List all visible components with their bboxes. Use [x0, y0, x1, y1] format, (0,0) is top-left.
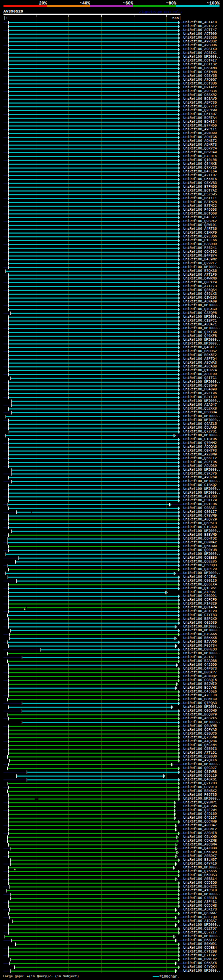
- svg-text:UniRef100_Q5KBW9: UniRef100_Q5KBW9: [183, 544, 217, 548]
- svg-text:UniRef100_Q5UAR9: UniRef100_Q5UAR9: [183, 426, 217, 430]
- svg-text:UniRef100_A6S2X5: UniRef100_A6S2X5: [183, 716, 217, 720]
- svg-text:UniRef100_B4PBY4: UniRef100_B4PBY4: [183, 254, 217, 258]
- svg-text:UniRef100_B9H3I4: UniRef100_B9H3I4: [183, 120, 217, 124]
- svg-text:UniRef100_Q0UYM5: UniRef100_Q0UYM5: [183, 724, 217, 728]
- svg-text:UniRef100_C7BVM9: UniRef100_C7BVM9: [183, 514, 217, 518]
- svg-text:20%: 20%: [39, 1, 47, 6]
- svg-text:UniRef100_B6VC49: UniRef100_B6VC49: [183, 151, 217, 154]
- svg-text:UniRef100_Q0C9J7: UniRef100_Q0C9J7: [183, 766, 217, 770]
- svg-text:UniRef100_C7YT83: UniRef100_C7YT83: [183, 613, 217, 617]
- svg-text:UniRef100_C5PHQ3: UniRef100_C5PHQ3: [183, 563, 217, 567]
- svg-text:UniRef100_A8Q7Z9: UniRef100_A8Q7Z9: [183, 518, 217, 522]
- svg-text:UniRef100_Q06DH0: UniRef100_Q06DH0: [183, 709, 217, 713]
- svg-text:UniRef100_A9PC36: UniRef100_A9PC36: [183, 101, 217, 105]
- svg-text:UniRef100_C8V019: UniRef100_C8V019: [183, 785, 217, 789]
- svg-text:UniRef100_C4YQK4: UniRef100_C4YQK4: [183, 965, 217, 969]
- svg-text:UniRef100_Q4D169: UniRef100_Q4D169: [183, 812, 217, 816]
- svg-text:UniRef100_A5K1Y3: UniRef100_A5K1Y3: [183, 908, 217, 912]
- svg-text:UniRef100_UPI000..: UniRef100_UPI000..: [183, 571, 221, 575]
- svg-text:UniRef100_A1DGA7: UniRef100_A1DGA7: [183, 919, 217, 923]
- svg-text:UniRef100_Q70MM2: UniRef100_Q70MM2: [183, 441, 217, 445]
- svg-text:UniRef100_A3GHI8: UniRef100_A3GHI8: [183, 831, 217, 835]
- svg-text:UniRef100_Q53G49: UniRef100_Q53G49: [183, 384, 217, 388]
- svg-text:UniRef100_A2QKK6: UniRef100_A2QKK6: [183, 759, 217, 762]
- svg-text:UniRef100_A8IJG3: UniRef100_A8IJG3: [183, 495, 217, 498]
- svg-text:UniRef100_C4J6E6: UniRef100_C4J6E6: [183, 690, 217, 694]
- svg-text:UniRef100_C0NMA2: UniRef100_C0NMA2: [183, 541, 217, 544]
- svg-text:UniRef100_UPI000..: UniRef100_UPI000..: [183, 762, 221, 766]
- svg-text:UniRef100_A9SIX0: UniRef100_A9SIX0: [183, 47, 217, 51]
- svg-text:UniRef100_A9NRT3: UniRef100_A9NRT3: [183, 143, 217, 147]
- svg-text:UniRef100_Q86LX3: UniRef100_Q86LX3: [183, 292, 217, 296]
- svg-text:UniRef100_Q4GXG1: UniRef100_Q4GXG1: [183, 778, 217, 781]
- svg-text:UniRef100_Q6FYA5: UniRef100_Q6FYA5: [183, 728, 217, 732]
- svg-text:UniRef100_B4FJZ7: UniRef100_B4FJZ7: [183, 216, 217, 220]
- svg-text:~100%: ~100%: [207, 1, 220, 6]
- svg-text:UniRef100_UPI000..: UniRef100_UPI000..: [183, 468, 221, 472]
- svg-text:UniRef100_C5XVB3: UniRef100_C5XVB3: [183, 181, 217, 185]
- svg-text:UniRef100_Q4KTG6: UniRef100_Q4KTG6: [183, 330, 217, 334]
- svg-text:UniRef100_Q9BMP1: UniRef100_Q9BMP1: [183, 800, 217, 805]
- svg-text:UniRef100_A9NST2: UniRef100_A9NST2: [183, 139, 217, 143]
- svg-text:UniRef100_Q801I6: UniRef100_Q801I6: [183, 579, 217, 583]
- svg-text:UniRef100_Q86QS4: UniRef100_Q86QS4: [183, 288, 217, 292]
- svg-text:UniRef100_B7GAA5: UniRef100_B7GAA5: [183, 632, 217, 636]
- svg-text:UniRef100_C0H7F3: UniRef100_C0H7F3: [183, 449, 217, 453]
- svg-text:UniRef100_B7FHF4: UniRef100_B7FHF4: [183, 154, 217, 158]
- svg-text:UniRef100_UPI000..: UniRef100_UPI000..: [183, 55, 221, 59]
- svg-text:UniRef100_C4R3I6: UniRef100_C4R3I6: [183, 896, 217, 900]
- svg-text:UniRef100_C6SXM8: UniRef100_C6SXM8: [183, 67, 217, 70]
- svg-text:UniRef100_UPI000..: UniRef100_UPI000..: [183, 934, 221, 938]
- svg-text:UniRef100_UPI000..: UniRef100_UPI000..: [183, 434, 221, 438]
- svg-text:UniRef100_B3SDH9: UniRef100_B3SDH9: [183, 242, 217, 246]
- svg-text:UniRef100_C6T1S2: UniRef100_C6T1S2: [183, 62, 217, 67]
- svg-text:UniRef100_Q9LUQ6: UniRef100_Q9LUQ6: [183, 235, 217, 239]
- svg-text:UniRef100_UPI000..: UniRef100_UPI000..: [183, 399, 221, 403]
- svg-text:UniRef100_B9WE42: UniRef100_B9WE42: [183, 958, 217, 961]
- svg-text:UniRef100_Q6CNH9: UniRef100_Q6CNH9: [183, 820, 217, 824]
- svg-text:UniRef100_B6JVH3: UniRef100_B6JVH3: [183, 686, 217, 690]
- svg-text:UniRef100_Q6XI02: UniRef100_Q6XI02: [183, 250, 217, 254]
- svg-text:UniRef100_Q5DEB4: UniRef100_Q5DEB4: [183, 946, 217, 950]
- svg-text:UniRef100_B6DDS2: UniRef100_B6DDS2: [183, 349, 217, 353]
- svg-text:UniRef100_Q9SRX2: UniRef100_Q9SRX2: [183, 220, 217, 223]
- svg-text:UniRef100_A9ZT96: UniRef100_A9ZT96: [183, 391, 217, 395]
- svg-text:UniRef100_UPI000..: UniRef100_UPI000..: [183, 865, 221, 869]
- svg-text:UniRef100_Q57ZI7: UniRef100_Q57ZI7: [183, 931, 217, 934]
- svg-text:UniRef100_Q4GXF7: UniRef100_Q4GXF7: [183, 345, 217, 349]
- svg-text:UniRef100_UPI000..: UniRef100_UPI000..: [183, 487, 221, 491]
- svg-text:UniRef100_C4PG73: UniRef100_C4PG73: [183, 667, 217, 671]
- svg-text:UniRef100_C1BPC1: UniRef100_C1BPC1: [183, 319, 217, 323]
- svg-text:UniRef100_Q56FI2: UniRef100_Q56FI2: [183, 457, 217, 460]
- svg-text:UniRef100_C1GDC8: UniRef100_C1GDC8: [183, 525, 217, 529]
- svg-text:UniRef100_A8UA71: UniRef100_A8UA71: [183, 323, 217, 326]
- svg-text:UniRef100_P49693: UniRef100_P49693: [183, 208, 217, 212]
- svg-text:UniRef100_A9Z0M9: UniRef100_A9Z0M9: [183, 453, 217, 457]
- svg-text:UniRef100_A0D347: UniRef100_A0D347: [183, 824, 217, 827]
- svg-text:UniRef100_O02639: UniRef100_O02639: [183, 621, 217, 625]
- svg-text:UniRef100_P84098: UniRef100_P84098: [183, 388, 217, 391]
- svg-text:UniRef100_Q6RYC4: UniRef100_Q6RYC4: [183, 147, 217, 151]
- svg-text:UniRef100_O42699: UniRef100_O42699: [183, 663, 217, 667]
- svg-text:UniRef100_A9RDS2: UniRef100_A9RDS2: [183, 40, 217, 43]
- svg-text:UniRef100_C0HEQ3: UniRef100_C0HEQ3: [183, 648, 217, 651]
- svg-text:UniRef100_C6T4U7: UniRef100_C6T4U7: [183, 112, 217, 116]
- svg-text:UniRef100_A0BSL4: UniRef100_A0BSL4: [183, 877, 217, 881]
- svg-text:UniRef100_A8CWA3: UniRef100_A8CWA3: [183, 361, 217, 365]
- svg-text:UniRef100_P05734: UniRef100_P05734: [183, 644, 217, 648]
- svg-text:UniRef100_B8NBX2: UniRef100_B8NBX2: [183, 789, 217, 793]
- svg-text:UniRef100_Q6DJH3: UniRef100_Q6DJH3: [183, 904, 217, 908]
- svg-text:UniRef100_C5XNT6: UniRef100_C5XNT6: [183, 177, 217, 181]
- svg-text:UniRef100_C7TY97: UniRef100_C7TY97: [183, 954, 217, 958]
- svg-text:UniRef100_Q7XY20: UniRef100_Q7XY20: [183, 166, 217, 170]
- svg-text:UniRef100_UPI000..: UniRef100_UPI000..: [183, 342, 221, 345]
- svg-text:UniRef100_A0CMI2: UniRef100_A0CMI2: [183, 827, 217, 831]
- svg-text:UniRef100_C5FCF9: UniRef100_C5FCF9: [183, 598, 217, 602]
- svg-text:UniRef100_Q756S5: UniRef100_Q756S5: [183, 869, 217, 873]
- svg-text:UniRef100_C6HTD2: UniRef100_C6HTD2: [183, 537, 217, 541]
- svg-text:UniRef100_Q801I7: UniRef100_Q801I7: [183, 510, 217, 514]
- svg-text:UniRef100_B2VVD9: UniRef100_B2VVD9: [183, 640, 217, 644]
- svg-text:UniRef100_B6JWI9: UniRef100_B6JWI9: [183, 682, 217, 686]
- svg-text:UniRef100_Q4D167: UniRef100_Q4D167: [183, 816, 217, 820]
- svg-text:UniRef100_UPI000..: UniRef100_UPI000..: [183, 552, 221, 556]
